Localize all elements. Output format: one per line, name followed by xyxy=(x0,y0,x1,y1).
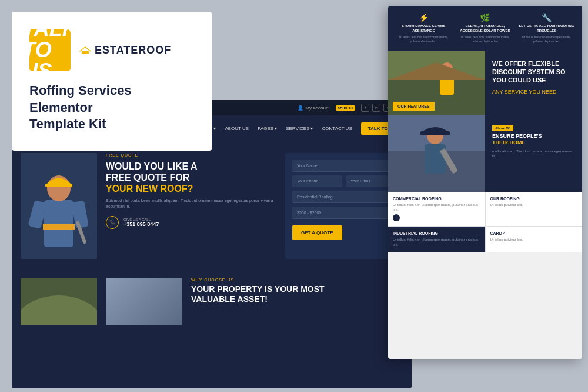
brand-logo-area: ESTATEROOF xyxy=(79,44,171,57)
get-quote-button[interactable]: GET A QUOTE xyxy=(292,225,342,240)
service-select[interactable]: Residential Roofing ▾ xyxy=(292,191,396,203)
worker-roofing-img xyxy=(388,115,485,192)
svg-rect-4 xyxy=(43,224,75,230)
linkedin-icon: in xyxy=(372,104,380,112)
ensure-worker-grid: About WI ENSURE PEOPLE'S THEIR HOME moll… xyxy=(388,115,582,192)
roofing-title: OUR ROOFING xyxy=(490,197,578,201)
service-desc-1: Ut tellus, felis non ullamcorper mattis,… xyxy=(457,35,514,44)
service-title-0: STORM DAMAGE CLAIMS ASSISTANCE xyxy=(395,24,452,34)
nav-pages[interactable]: PAGES ▾ xyxy=(258,126,277,131)
top-services-grid: ⚡ STORM DAMAGE CLAIMS ASSISTANCE Ut tell… xyxy=(388,6,582,51)
why-choose-section: WHY CHOOSE US YOUR PROPERTY IS YOUR MOST… xyxy=(191,278,403,325)
phone-icon-circle: 📞 xyxy=(106,216,119,229)
bottom-img-2 xyxy=(106,278,182,325)
page-wrapper: TALK TO US ESTATEROOF Roffing Services E… xyxy=(0,0,588,392)
arrow-icon: → xyxy=(395,216,398,220)
brand-roof-icon-area: ESTATEROOF xyxy=(79,44,171,57)
name-input[interactable]: Your Name xyxy=(292,160,396,172)
service-desc-0: Ut tellus, felis non ullamcorper mattis,… xyxy=(395,35,452,44)
hero-content: FREE QUOTE WOULD YOU LIKE A FREE QUOTE F… xyxy=(106,153,276,259)
service-grid-industrial: INDUSTRIAL ROOFING Ut tellus, felis non … xyxy=(388,227,485,252)
commercial-arrow: → xyxy=(393,214,400,221)
roofing-desc: Ut tellus pulvinar leo. xyxy=(490,202,578,207)
quote-form: Your Name Your Phone Your Email Resident… xyxy=(285,153,403,259)
flexible-yellow: ANY SERVICE YOU NEED xyxy=(492,89,575,95)
cart-badge: $598.13 xyxy=(336,105,355,111)
card4-title: CARD 4 xyxy=(490,231,578,235)
phone-icon: 📞 xyxy=(109,220,115,225)
service-card-1: 🌿 CLEAN, AFFORDABLE, ACCESSIBLE SOLAR PO… xyxy=(457,13,514,44)
hero-pretitle: FREE QUOTE xyxy=(106,153,276,157)
service-card-2: 🔧 LET US FIX ALL YOUR ROOFING TROUBLES U… xyxy=(518,13,575,44)
svg-rect-0 xyxy=(82,51,89,54)
solar-icon: 🌿 xyxy=(457,13,514,22)
nav-about[interactable]: ABOUT US xyxy=(225,126,249,131)
right-panel: ⚡ STORM DAMAGE CLAIMS ASSISTANCE Ut tell… xyxy=(388,6,582,359)
bottom-roof-img xyxy=(21,278,97,325)
hero-section: FREE QUOTE WOULD YOU LIKE A FREE QUOTE F… xyxy=(12,141,412,271)
svg-rect-6 xyxy=(45,184,72,187)
nav-contact[interactable]: CONTACT US xyxy=(322,126,352,131)
phone-input[interactable]: Your Phone xyxy=(292,175,342,187)
flexible-title: WE OFFER FLEXIBLE DISCOUNT SYSTEM SO YOU… xyxy=(492,59,575,85)
service-grid-commercial: COMMERCIAL ROOFING Ut tellus, felis non … xyxy=(388,192,485,227)
account-item: 👤 My Account xyxy=(298,105,329,111)
industrial-title: INDUSTRIAL ROOFING xyxy=(393,231,480,235)
ensure-title-yellow: THEIR HOME xyxy=(492,139,526,145)
hero-phone-area: 📞 GIVE US A CALL +351 895 8447 xyxy=(106,216,276,229)
service-grid-roofing: OUR ROOFING Ut tellus pulvinar leo. xyxy=(486,192,583,227)
right-middle: OUR FEATURES WE OFFER FLEXIBLE DISCOUNT … xyxy=(388,51,582,115)
phone-number: +351 895 8447 xyxy=(123,221,159,227)
hero-title-highlight: YOUR NEW ROOF? xyxy=(106,183,276,194)
industrial-desc: Ut tellus, felis non ullamcorper mattis,… xyxy=(393,237,480,247)
why-choose-pretitle: WHY CHOOSE US xyxy=(191,278,403,282)
wrench-icon: 🔧 xyxy=(518,13,575,22)
kit-title: Roffing Services Elementor Template Kit xyxy=(29,82,194,133)
img-badge: OUR FEATURES xyxy=(393,102,435,111)
phone-email-row: Your Phone Your Email xyxy=(292,175,396,187)
service-cards-grid: COMMERCIAL ROOFING Ut tellus, felis non … xyxy=(388,192,582,253)
top-bar-right: 👤 My Account $598.13 f in t in xyxy=(298,104,403,112)
nav-services[interactable]: SERVICES ▾ xyxy=(286,126,313,131)
nav-menu: HOME ▾ ABOUT US PAGES ▾ SERVICES ▾ CONTA… xyxy=(198,122,403,135)
facebook-icon: f xyxy=(361,104,369,112)
hero-worker-image xyxy=(21,153,97,259)
hero-title: WOULD YOU LIKE A FREE QUOTE FOR YOUR NEW… xyxy=(106,161,276,195)
about-badge: About WI xyxy=(492,125,513,131)
bottom-img-1 xyxy=(21,278,97,325)
right-roofing-image: OUR FEATURES xyxy=(388,51,485,115)
commercial-title: COMMERCIAL ROOFING xyxy=(393,197,480,201)
why-choose-title: YOUR PROPERTY IS YOUR MOST VALUABLE ASSE… xyxy=(191,284,403,304)
svg-rect-20 xyxy=(425,144,446,174)
bottom-section: WHY CHOOSE US YOUR PROPERTY IS YOUR MOST… xyxy=(12,271,412,332)
hero-subtitle: Euismod nisi porta lorem mollis aliquam.… xyxy=(106,198,276,210)
brand-area: TALK TO US ESTATEROOF xyxy=(29,29,194,71)
ensure-section: About WI ENSURE PEOPLE'S THEIR HOME moll… xyxy=(485,115,582,192)
roof-icon xyxy=(79,46,91,54)
worker-svg xyxy=(21,153,97,259)
budget-select[interactable]: $500 - $2000 ▾ xyxy=(292,207,396,219)
service-title-1: CLEAN, AFFORDABLE, ACCESSIBLE SOLAR POWE… xyxy=(457,24,514,34)
brand-name: ESTATEROOF xyxy=(95,44,171,57)
worker-roofing-svg xyxy=(388,115,485,192)
phone-details-block: GIVE US A CALL +351 895 8447 xyxy=(123,218,159,227)
svg-rect-21 xyxy=(420,131,450,135)
worker-img-container xyxy=(21,153,97,259)
service-card-0: ⚡ STORM DAMAGE CLAIMS ASSISTANCE Ut tell… xyxy=(395,13,452,44)
service-title-2: LET US FIX ALL YOUR ROOFING TROUBLES xyxy=(518,24,575,34)
account-icon: 👤 xyxy=(298,105,303,111)
info-panel: TALK TO US ESTATEROOF Roffing Services E… xyxy=(12,12,212,151)
service-desc-2: Ut tellus, felis non ullamcorper mattis,… xyxy=(518,35,575,44)
flexible-text-panel: WE OFFER FLEXIBLE DISCOUNT SYSTEM SO YOU… xyxy=(485,51,582,115)
elementor-e-icon: TALK TO US xyxy=(22,18,77,82)
ensure-desc: mollis aliquam. Tincidunt ornare massa e… xyxy=(492,149,575,159)
elementor-logo: TALK TO US xyxy=(29,29,71,71)
commercial-desc: Ut tellus, felis non ullamcorper mattis,… xyxy=(393,202,480,212)
storm-icon: ⚡ xyxy=(395,13,452,22)
service-grid-card4: CARD 4 Ut tellus pulvinar leo. xyxy=(486,227,583,252)
account-text: My Account xyxy=(305,105,329,111)
ensure-title: ENSURE PEOPLE'S THEIR HOME xyxy=(492,133,575,147)
card4-desc: Ut tellus pulvinar leo. xyxy=(490,237,578,242)
